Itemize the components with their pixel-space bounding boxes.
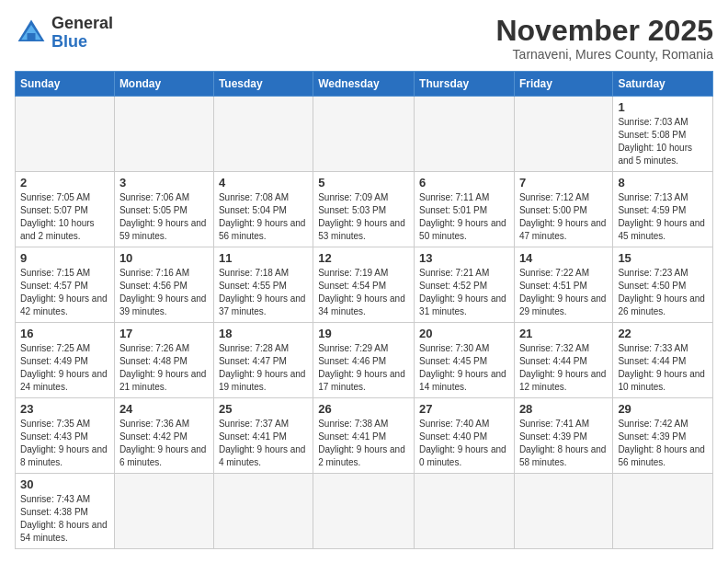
day-info: Sunrise: 7:25 AM Sunset: 4:49 PM Dayligh… [20,342,109,394]
day-info: Sunrise: 7:05 AM Sunset: 5:07 PM Dayligh… [20,191,109,243]
day-info: Sunrise: 7:40 AM Sunset: 4:40 PM Dayligh… [419,418,509,469]
calendar-week-row: 30Sunrise: 7:43 AM Sunset: 4:38 PM Dayli… [16,474,713,549]
calendar-day-cell: 15Sunrise: 7:23 AM Sunset: 4:50 PM Dayli… [613,247,713,323]
location-title: Tarnaveni, Mures County, Romania [495,47,713,62]
day-info: Sunrise: 7:42 AM Sunset: 4:39 PM Dayligh… [618,418,708,469]
weekday-header-tuesday: Tuesday [213,72,313,97]
calendar-day-cell [16,97,115,172]
day-info: Sunrise: 7:11 AM Sunset: 5:01 PM Dayligh… [419,191,509,243]
calendar-day-cell [613,474,713,549]
day-info: Sunrise: 7:22 AM Sunset: 4:51 PM Dayligh… [519,267,608,318]
calendar-day-cell [213,97,313,172]
day-number: 17 [119,327,209,340]
day-number: 9 [20,251,109,265]
day-info: Sunrise: 7:03 AM Sunset: 5:08 PM Dayligh… [618,116,708,167]
day-info: Sunrise: 7:41 AM Sunset: 4:39 PM Dayligh… [519,418,608,469]
calendar-week-row: 23Sunrise: 7:35 AM Sunset: 4:43 PM Dayli… [16,398,713,474]
logo-text: General Blue [51,15,113,52]
calendar-day-cell [313,474,415,549]
weekday-header-saturday: Saturday [613,72,713,97]
day-info: Sunrise: 7:30 AM Sunset: 4:45 PM Dayligh… [419,342,509,394]
calendar-week-row: 16Sunrise: 7:25 AM Sunset: 4:49 PM Dayli… [16,323,713,398]
calendar-day-cell [114,97,213,172]
calendar-day-cell [114,474,213,549]
day-number: 24 [119,402,209,416]
weekday-header-monday: Monday [114,72,213,97]
calendar-day-cell: 13Sunrise: 7:21 AM Sunset: 4:52 PM Dayli… [415,247,515,323]
calendar-day-cell: 5Sunrise: 7:09 AM Sunset: 5:03 PM Daylig… [313,172,415,247]
calendar-day-cell [415,474,515,549]
day-number: 30 [20,477,109,491]
calendar-day-cell: 1Sunrise: 7:03 AM Sunset: 5:08 PM Daylig… [613,97,713,172]
calendar-day-cell: 21Sunrise: 7:32 AM Sunset: 4:44 PM Dayli… [514,323,612,398]
day-number: 21 [519,327,608,340]
day-number: 7 [519,176,608,190]
day-number: 15 [618,251,708,265]
calendar-day-cell: 26Sunrise: 7:38 AM Sunset: 4:41 PM Dayli… [313,398,415,474]
day-info: Sunrise: 7:35 AM Sunset: 4:43 PM Dayligh… [20,418,109,469]
calendar-day-cell: 18Sunrise: 7:28 AM Sunset: 4:47 PM Dayli… [213,323,313,398]
day-info: Sunrise: 7:12 AM Sunset: 5:00 PM Dayligh… [519,191,608,243]
calendar-day-cell: 29Sunrise: 7:42 AM Sunset: 4:39 PM Dayli… [613,398,713,474]
svg-rect-2 [28,33,36,41]
day-info: Sunrise: 7:08 AM Sunset: 5:04 PM Dayligh… [219,191,308,243]
calendar-day-cell: 3Sunrise: 7:06 AM Sunset: 5:05 PM Daylig… [114,172,213,247]
calendar-day-cell: 4Sunrise: 7:08 AM Sunset: 5:04 PM Daylig… [213,172,313,247]
day-number: 12 [318,251,409,265]
generalblue-logo-icon [15,17,48,50]
day-info: Sunrise: 7:15 AM Sunset: 4:57 PM Dayligh… [20,267,109,318]
calendar-day-cell: 22Sunrise: 7:33 AM Sunset: 4:44 PM Dayli… [613,323,713,398]
day-number: 14 [519,251,608,265]
day-info: Sunrise: 7:32 AM Sunset: 4:44 PM Dayligh… [519,342,608,394]
day-number: 20 [419,327,509,340]
day-info: Sunrise: 7:33 AM Sunset: 4:44 PM Dayligh… [618,342,708,394]
calendar-week-row: 2Sunrise: 7:05 AM Sunset: 5:07 PM Daylig… [16,172,713,247]
calendar-day-cell: 11Sunrise: 7:18 AM Sunset: 4:55 PM Dayli… [213,247,313,323]
calendar-day-cell: 27Sunrise: 7:40 AM Sunset: 4:40 PM Dayli… [415,398,515,474]
day-info: Sunrise: 7:13 AM Sunset: 4:59 PM Dayligh… [618,191,708,243]
calendar-day-cell: 30Sunrise: 7:43 AM Sunset: 4:38 PM Dayli… [16,474,115,549]
day-number: 3 [119,176,209,190]
day-info: Sunrise: 7:21 AM Sunset: 4:52 PM Dayligh… [419,267,509,318]
calendar-table: SundayMondayTuesdayWednesdayThursdayFrid… [15,71,713,549]
calendar-day-cell: 7Sunrise: 7:12 AM Sunset: 5:00 PM Daylig… [514,172,612,247]
day-info: Sunrise: 7:16 AM Sunset: 4:56 PM Dayligh… [119,267,209,318]
day-info: Sunrise: 7:43 AM Sunset: 4:38 PM Dayligh… [20,493,109,545]
day-info: Sunrise: 7:06 AM Sunset: 5:05 PM Dayligh… [119,191,209,243]
logo: General Blue [15,15,113,52]
day-number: 4 [219,176,308,190]
calendar-day-cell: 14Sunrise: 7:22 AM Sunset: 4:51 PM Dayli… [514,247,612,323]
day-number: 10 [119,251,209,265]
weekday-header-sunday: Sunday [16,72,115,97]
day-info: Sunrise: 7:23 AM Sunset: 4:50 PM Dayligh… [618,267,708,318]
day-number: 5 [318,176,409,190]
day-number: 25 [219,402,308,416]
day-info: Sunrise: 7:19 AM Sunset: 4:54 PM Dayligh… [318,267,409,318]
calendar-day-cell: 2Sunrise: 7:05 AM Sunset: 5:07 PM Daylig… [16,172,115,247]
day-number: 11 [219,251,308,265]
calendar-day-cell: 10Sunrise: 7:16 AM Sunset: 4:56 PM Dayli… [114,247,213,323]
calendar-day-cell: 19Sunrise: 7:29 AM Sunset: 4:46 PM Dayli… [313,323,415,398]
title-block: November 2025 Tarnaveni, Mures County, R… [495,15,713,62]
day-info: Sunrise: 7:37 AM Sunset: 4:41 PM Dayligh… [219,418,308,469]
calendar-day-cell: 24Sunrise: 7:36 AM Sunset: 4:42 PM Dayli… [114,398,213,474]
day-number: 2 [20,176,109,190]
weekday-header-friday: Friday [514,72,612,97]
calendar-day-cell: 20Sunrise: 7:30 AM Sunset: 4:45 PM Dayli… [415,323,515,398]
calendar-day-cell [415,97,515,172]
day-number: 16 [20,327,109,340]
calendar-day-cell: 17Sunrise: 7:26 AM Sunset: 4:48 PM Dayli… [114,323,213,398]
calendar-day-cell: 8Sunrise: 7:13 AM Sunset: 4:59 PM Daylig… [613,172,713,247]
day-number: 23 [20,402,109,416]
day-number: 18 [219,327,308,340]
calendar-day-cell: 25Sunrise: 7:37 AM Sunset: 4:41 PM Dayli… [213,398,313,474]
calendar-day-cell: 28Sunrise: 7:41 AM Sunset: 4:39 PM Dayli… [514,398,612,474]
day-number: 19 [318,327,409,340]
day-info: Sunrise: 7:09 AM Sunset: 5:03 PM Dayligh… [318,191,409,243]
day-number: 27 [419,402,509,416]
weekday-header-row: SundayMondayTuesdayWednesdayThursdayFrid… [16,72,713,97]
day-info: Sunrise: 7:26 AM Sunset: 4:48 PM Dayligh… [119,342,209,394]
calendar-week-row: 1Sunrise: 7:03 AM Sunset: 5:08 PM Daylig… [16,97,713,172]
day-number: 13 [419,251,509,265]
day-info: Sunrise: 7:29 AM Sunset: 4:46 PM Dayligh… [318,342,409,394]
